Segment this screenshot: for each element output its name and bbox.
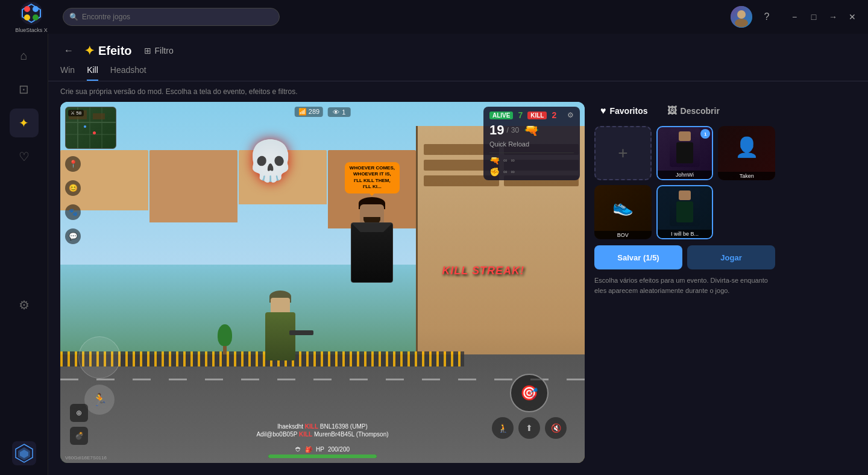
effect-label-willbe: I will be B... [658, 230, 712, 238]
close-button[interactable]: ✕ [844, 8, 861, 25]
favorites-label: Favoritos [610, 106, 648, 116]
svg-point-8 [735, 19, 748, 27]
fence [60, 351, 464, 366]
sidebar-bluestacks-logo [10, 439, 39, 468]
titlebar-right: ? − □ → ✕ [731, 6, 861, 28]
effect-label-johnwi: JohnWi [658, 171, 712, 179]
effect-card-taken[interactable]: 👤 Taken [718, 126, 775, 180]
top-nav: ← ✦ Efeito ⊞ Filtro [48, 34, 868, 59]
tree [218, 324, 232, 354]
action-buttons: Salvar (1/5) Jogar [594, 245, 775, 269]
sidebar-item-favorites[interactable]: ♡ [10, 142, 39, 171]
logo-text: BlueStacks X [15, 27, 48, 33]
tab-kill[interactable]: Kill [87, 65, 98, 81]
effect-thumbnail-bov: 👟 [594, 185, 652, 227]
game-canvas: 💀 WHOEVER COMES,WHOEVER IT IS,I'LL KILL … [60, 102, 585, 463]
sidebar-item-home[interactable]: ⌂ [10, 41, 39, 70]
discover-icon: 🖼 [667, 105, 677, 116]
effect-card-johnwi[interactable]: JohnWi 1 [656, 126, 714, 180]
page-title-icon: ✦ [84, 43, 95, 58]
effect-card-content-willbe: I will be B... [658, 186, 712, 238]
road [60, 354, 585, 463]
play-button[interactable]: Jogar [687, 245, 775, 269]
svg-point-4 [33, 14, 39, 20]
heart-icon: ♡ [19, 149, 30, 164]
save-button[interactable]: Salvar (1/5) [594, 245, 682, 269]
home-icon: ⌂ [20, 49, 27, 63]
filter-button[interactable]: ⊞ Filtro [139, 43, 178, 58]
john-wick-overlay: WHOEVER COMES,WHOEVER IT IS,I'LL KILL TH… [333, 162, 411, 283]
svg-point-0 [20, 2, 43, 25]
svg-point-3 [33, 6, 39, 12]
main-layout: ⌂ ⊡ ✦ ♡ ⚙ ← ✦ Efeito [0, 34, 868, 475]
sidebar-item-effects[interactable]: ✦ [10, 109, 39, 137]
sidebar-item-inbox[interactable]: ⊡ [10, 75, 39, 104]
sidebar-item-settings[interactable]: ⚙ [10, 291, 39, 319]
titlebar: BlueStacks X 🔍 ? − □ → ✕ [0, 0, 868, 34]
effect-card-content-bov: 👟 BOV [594, 185, 652, 239]
player-character [265, 291, 295, 360]
add-effect-button[interactable]: + [594, 126, 652, 180]
tabs: Win Kill Headshot [48, 59, 868, 81]
svg-point-7 [737, 10, 746, 19]
panel-description: Escolha vários efeitos para um evento. D… [594, 275, 775, 295]
content: ← ✦ Efeito ⊞ Filtro Win Kill Headshot Cr… [48, 34, 868, 475]
discover-label: Descobrir [681, 106, 720, 116]
filter-icon: ⊞ [144, 46, 151, 55]
add-icon: + [618, 143, 627, 163]
bluestacks-logo [19, 1, 44, 26]
main-split: 💀 WHOEVER COMES,WHOEVER IT IS,I'LL KILL … [48, 102, 868, 475]
help-button[interactable]: ? [758, 8, 775, 25]
avatar[interactable] [731, 6, 752, 28]
panel-tab-favorites[interactable]: ♥ Favoritos [594, 102, 654, 120]
panel-header: ♥ Favoritos 🖼 Descobrir [594, 102, 775, 120]
right-panel: ♥ Favoritos 🖼 Descobrir + [594, 102, 775, 463]
effects-grid: + JohnWi 1 [594, 126, 775, 239]
effect-card-content-taken: 👤 Taken [718, 126, 775, 180]
logo-area: BlueStacks X [7, 1, 55, 33]
effect-card-willbe[interactable]: I will be B... [656, 185, 714, 239]
svg-point-2 [24, 6, 30, 12]
effect-label-bov: BOV [594, 231, 652, 239]
skull-effect: 💀 [246, 138, 295, 184]
filter-label: Filtro [155, 46, 174, 55]
building-windows [418, 138, 585, 192]
effect-card-bov[interactable]: 👟 BOV [594, 185, 652, 239]
road-markings [60, 379, 585, 380]
svg-point-5 [24, 14, 30, 20]
heart-icon-panel: ♥ [600, 105, 606, 116]
minimize-button[interactable]: − [786, 8, 803, 25]
page-title-text: Efeito [98, 44, 132, 58]
speech-bubble: WHOEVER COMES,WHOEVER IT IS,I'LL KILL TH… [345, 162, 400, 193]
tab-win[interactable]: Win [60, 65, 75, 81]
back-button[interactable]: ← [60, 42, 77, 59]
search-input[interactable] [82, 13, 273, 21]
inbox-icon: ⊡ [19, 82, 29, 96]
window-controls: − □ → ✕ [786, 8, 861, 25]
search-icon: 🔍 [69, 13, 78, 21]
panel-tab-discover[interactable]: 🖼 Descobrir [661, 102, 726, 120]
tab-headshot[interactable]: Headshot [110, 65, 146, 81]
maximize-button[interactable]: □ [805, 8, 822, 25]
sidebar: ⌂ ⊡ ✦ ♡ ⚙ [0, 34, 48, 475]
settings-icon: ⚙ [19, 298, 30, 312]
search-bar[interactable]: 🔍 [63, 8, 280, 26]
effect-thumbnail-taken: 👤 [718, 126, 775, 168]
page-title: ✦ Efeito [84, 43, 132, 58]
effect-thumbnail-willbe [658, 186, 712, 226]
effect-label-taken: Taken [718, 172, 775, 180]
account-button[interactable]: → [825, 8, 841, 25]
game-preview: 💀 WHOEVER COMES,WHOEVER IT IS,I'LL KILL … [60, 102, 585, 463]
effects-icon: ✦ [19, 116, 29, 130]
subtitle: Crie sua própria versão do mod. Escolha … [48, 85, 868, 102]
